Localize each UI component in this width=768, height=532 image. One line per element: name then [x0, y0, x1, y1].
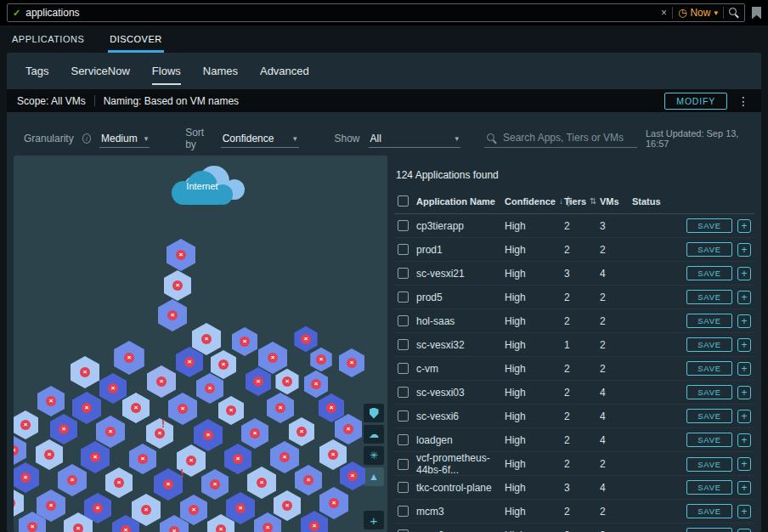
- app-hexagon[interactable]: ×: [14, 410, 38, 439]
- save-button[interactable]: SAVE: [686, 242, 732, 257]
- app-hexagon[interactable]: ×: [274, 490, 301, 521]
- app-hexagon[interactable]: ×: [167, 239, 195, 271]
- app-hexagon[interactable]: ×: [154, 468, 183, 501]
- kebab-menu-icon[interactable]: ⋮: [736, 94, 751, 108]
- row-checkbox[interactable]: [398, 387, 409, 398]
- global-search[interactable]: ✓ × ◷ Now ▾: [7, 3, 745, 22]
- app-hexagon[interactable]: ×: [50, 414, 77, 444]
- apps-search-input[interactable]: [484, 129, 637, 148]
- cloud-tool-button[interactable]: ☁: [364, 425, 384, 444]
- app-hexagon[interactable]: ×: [289, 417, 315, 446]
- add-button[interactable]: +: [737, 243, 751, 257]
- app-hexagon[interactable]: ×: [14, 462, 39, 493]
- subtab-servicenow[interactable]: ServiceNow: [71, 65, 129, 85]
- add-button[interactable]: +: [737, 267, 751, 280]
- sort-by-dropdown[interactable]: Confidence ▾: [221, 130, 299, 148]
- select-all-checkbox[interactable]: [398, 195, 409, 207]
- app-hexagon[interactable]: ×: [71, 356, 99, 388]
- col-tiers[interactable]: Tiers ⇅: [564, 196, 600, 207]
- tab-applications[interactable]: APPLICATIONS: [10, 26, 86, 53]
- app-hexagon[interactable]: ×: [37, 386, 65, 416]
- app-hexagon[interactable]: ×: [194, 419, 223, 451]
- app-hexagon[interactable]: ×: [340, 461, 366, 490]
- app-hexagon[interactable]: ×: [122, 393, 150, 423]
- app-hexagon[interactable]: ×: [319, 439, 347, 470]
- internet-cloud[interactable]: Internet: [158, 159, 260, 212]
- app-hexagon[interactable]: ×: [168, 393, 197, 425]
- submit-search-button[interactable]: [729, 8, 739, 18]
- row-checkbox[interactable]: [398, 459, 409, 470]
- app-hexagon[interactable]: ×: [14, 436, 26, 465]
- app-hexagon[interactable]: ×: [14, 488, 24, 518]
- subtab-tags[interactable]: Tags: [25, 65, 48, 85]
- bookmark-icon[interactable]: [752, 7, 761, 20]
- app-hexagon[interactable]: ×: [158, 299, 187, 331]
- app-hexagon[interactable]: ×: [164, 270, 191, 301]
- tab-discover[interactable]: DISCOVER: [108, 26, 163, 53]
- app-hexagon[interactable]: ×: [224, 444, 251, 474]
- app-hexagon[interactable]: ×: [335, 414, 362, 444]
- app-hexagon[interactable]: ×: [246, 367, 272, 396]
- row-checkbox[interactable]: [398, 315, 409, 326]
- app-hexagon[interactable]: ×: [96, 416, 125, 448]
- time-range-button[interactable]: ◷ Now ▾: [678, 7, 718, 19]
- app-hexagon[interactable]: ×: [310, 348, 332, 372]
- add-button[interactable]: +: [737, 505, 751, 518]
- modify-button[interactable]: MODIFY: [664, 93, 727, 110]
- app-hexagon[interactable]: ×: [146, 418, 173, 449]
- col-vms[interactable]: VMs: [600, 196, 632, 207]
- app-hexagon[interactable]: ×: [99, 373, 127, 404]
- app-hexagon[interactable]: ×: [201, 469, 229, 500]
- add-button[interactable]: +: [737, 481, 751, 495]
- app-hexagon[interactable]: ×: [319, 487, 348, 519]
- save-button[interactable]: SAVE: [686, 361, 732, 376]
- row-checkbox[interactable]: [398, 363, 409, 374]
- app-hexagon[interactable]: ×: [192, 323, 221, 355]
- row-checkbox[interactable]: [398, 268, 409, 279]
- global-search-input[interactable]: [25, 7, 656, 19]
- save-button[interactable]: SAVE: [686, 385, 732, 399]
- save-button[interactable]: SAVE: [686, 409, 732, 423]
- app-hexagon[interactable]: ×: [114, 341, 144, 375]
- app-hexagon[interactable]: ×: [176, 347, 203, 377]
- app-hexagon[interactable]: ×: [241, 418, 268, 449]
- app-hexagon[interactable]: ×: [267, 393, 294, 423]
- row-checkbox[interactable]: [398, 220, 409, 231]
- app-hexagon[interactable]: ×: [147, 365, 176, 398]
- save-button[interactable]: SAVE: [686, 337, 732, 352]
- app-hexagon[interactable]: ×: [339, 348, 365, 377]
- app-hexagon[interactable]: ×: [247, 467, 276, 499]
- app-hexagon[interactable]: ×: [105, 467, 133, 498]
- alerts-tool-button[interactable]: ▲: [364, 467, 384, 486]
- app-hexagon[interactable]: ×: [58, 464, 87, 496]
- info-icon[interactable]: i: [82, 133, 91, 144]
- row-checkbox[interactable]: [398, 410, 409, 422]
- save-button[interactable]: SAVE: [686, 504, 732, 518]
- col-application-name[interactable]: Application Name: [416, 196, 505, 207]
- show-dropdown[interactable]: All ▾: [369, 130, 460, 148]
- app-hexagon[interactable]: ×: [81, 441, 110, 473]
- add-button[interactable]: +: [737, 529, 751, 532]
- add-button[interactable]: +: [737, 386, 751, 399]
- add-button[interactable]: +: [737, 219, 751, 233]
- app-hexagon[interactable]: ×: [232, 327, 258, 356]
- app-hexagon[interactable]: ×: [304, 371, 329, 398]
- col-confidence[interactable]: Confidence ↓ i: [505, 196, 564, 207]
- save-button[interactable]: SAVE: [686, 314, 732, 328]
- shield-tool-button[interactable]: [364, 404, 384, 422]
- add-button[interactable]: +: [737, 314, 751, 328]
- row-checkbox[interactable]: [398, 244, 409, 255]
- app-hexagon[interactable]: ×: [270, 441, 299, 473]
- app-hexagon[interactable]: ×: [275, 369, 298, 394]
- app-hexagon[interactable]: ×: [211, 350, 237, 379]
- granularity-dropdown[interactable]: Medium ▾: [99, 130, 150, 148]
- app-hexagon[interactable]: ×: [129, 444, 156, 474]
- row-checkbox[interactable]: [398, 434, 409, 445]
- save-button[interactable]: SAVE: [686, 480, 732, 495]
- app-hexagon[interactable]: ×: [196, 373, 223, 404]
- save-button[interactable]: SAVE: [686, 528, 732, 532]
- add-button[interactable]: +: [737, 362, 751, 376]
- row-checkbox[interactable]: [398, 506, 409, 517]
- clear-search-button[interactable]: ×: [661, 7, 667, 19]
- app-hexagon[interactable]: ×: [72, 392, 101, 424]
